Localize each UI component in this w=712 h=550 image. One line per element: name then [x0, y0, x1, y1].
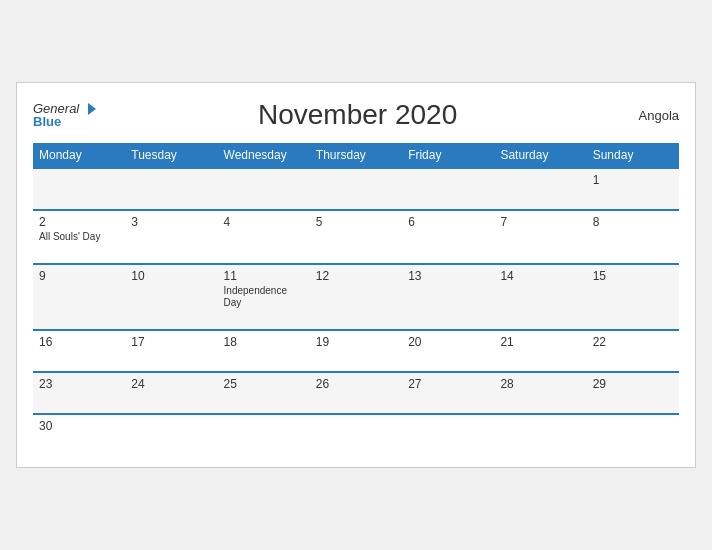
day-number: 17 — [131, 335, 211, 349]
calendar-cell: 5 — [310, 210, 402, 264]
day-number: 4 — [224, 215, 304, 229]
calendar-week-row: 16171819202122 — [33, 330, 679, 372]
day-number: 14 — [500, 269, 580, 283]
calendar-header: General Blue November 2020 Angola — [33, 99, 679, 131]
calendar-cell: 11Independence Day — [218, 264, 310, 330]
day-number: 3 — [131, 215, 211, 229]
col-wednesday: Wednesday — [218, 143, 310, 168]
calendar-cell — [587, 414, 679, 455]
calendar-cell: 23 — [33, 372, 125, 414]
calendar-cell: 4 — [218, 210, 310, 264]
calendar-cell: 3 — [125, 210, 217, 264]
calendar-cell: 9 — [33, 264, 125, 330]
logo-flag-icon — [80, 103, 96, 115]
calendar-cell: 30 — [33, 414, 125, 455]
calendar-cell: 6 — [402, 210, 494, 264]
calendar-header-row: Monday Tuesday Wednesday Thursday Friday… — [33, 143, 679, 168]
calendar-cell — [494, 414, 586, 455]
col-monday: Monday — [33, 143, 125, 168]
calendar-table: Monday Tuesday Wednesday Thursday Friday… — [33, 143, 679, 455]
holiday-label: All Souls' Day — [39, 231, 119, 243]
day-number: 13 — [408, 269, 488, 283]
calendar-cell: 27 — [402, 372, 494, 414]
calendar-cell: 18 — [218, 330, 310, 372]
calendar-body: 12All Souls' Day34567891011Independence … — [33, 168, 679, 455]
calendar-cell: 10 — [125, 264, 217, 330]
calendar-cell: 12 — [310, 264, 402, 330]
col-thursday: Thursday — [310, 143, 402, 168]
calendar-cell: 17 — [125, 330, 217, 372]
calendar-cell — [218, 168, 310, 210]
day-number: 30 — [39, 419, 119, 433]
svg-marker-0 — [88, 103, 96, 115]
calendar-cell — [402, 414, 494, 455]
calendar-cell: 24 — [125, 372, 217, 414]
calendar-cell: 21 — [494, 330, 586, 372]
calendar-week-row: 91011Independence Day12131415 — [33, 264, 679, 330]
calendar-cell: 13 — [402, 264, 494, 330]
day-number: 29 — [593, 377, 673, 391]
calendar-cell: 7 — [494, 210, 586, 264]
day-number: 19 — [316, 335, 396, 349]
day-number: 25 — [224, 377, 304, 391]
logo-blue-text: Blue — [33, 115, 61, 128]
day-number: 28 — [500, 377, 580, 391]
logo: General Blue — [33, 102, 96, 128]
calendar-cell — [494, 168, 586, 210]
day-number: 9 — [39, 269, 119, 283]
calendar-cell: 29 — [587, 372, 679, 414]
calendar-container: General Blue November 2020 Angola Monday… — [16, 82, 696, 468]
col-friday: Friday — [402, 143, 494, 168]
calendar-week-row: 23242526272829 — [33, 372, 679, 414]
day-number: 26 — [316, 377, 396, 391]
col-saturday: Saturday — [494, 143, 586, 168]
day-number: 24 — [131, 377, 211, 391]
calendar-title: November 2020 — [96, 99, 619, 131]
country-label: Angola — [619, 108, 679, 123]
calendar-cell — [310, 168, 402, 210]
calendar-cell — [402, 168, 494, 210]
col-sunday: Sunday — [587, 143, 679, 168]
day-number: 15 — [593, 269, 673, 283]
calendar-cell — [310, 414, 402, 455]
day-number: 21 — [500, 335, 580, 349]
day-number: 27 — [408, 377, 488, 391]
calendar-cell: 19 — [310, 330, 402, 372]
day-number: 22 — [593, 335, 673, 349]
calendar-cell — [125, 168, 217, 210]
holiday-label: Independence Day — [224, 285, 304, 309]
calendar-cell: 28 — [494, 372, 586, 414]
day-number: 23 — [39, 377, 119, 391]
calendar-week-row: 2All Souls' Day345678 — [33, 210, 679, 264]
calendar-cell — [125, 414, 217, 455]
calendar-cell: 16 — [33, 330, 125, 372]
day-number: 10 — [131, 269, 211, 283]
calendar-cell: 1 — [587, 168, 679, 210]
calendar-cell: 22 — [587, 330, 679, 372]
calendar-cell: 15 — [587, 264, 679, 330]
day-number: 11 — [224, 269, 304, 283]
calendar-cell: 8 — [587, 210, 679, 264]
calendar-week-row: 1 — [33, 168, 679, 210]
day-number: 18 — [224, 335, 304, 349]
day-number: 5 — [316, 215, 396, 229]
day-number: 1 — [593, 173, 673, 187]
calendar-cell — [33, 168, 125, 210]
calendar-week-row: 30 — [33, 414, 679, 455]
day-number: 20 — [408, 335, 488, 349]
day-number: 8 — [593, 215, 673, 229]
calendar-cell: 25 — [218, 372, 310, 414]
calendar-cell — [218, 414, 310, 455]
day-number: 2 — [39, 215, 119, 229]
day-number: 7 — [500, 215, 580, 229]
calendar-cell: 20 — [402, 330, 494, 372]
day-number: 6 — [408, 215, 488, 229]
calendar-cell: 2All Souls' Day — [33, 210, 125, 264]
calendar-cell: 14 — [494, 264, 586, 330]
calendar-cell: 26 — [310, 372, 402, 414]
day-number: 16 — [39, 335, 119, 349]
col-tuesday: Tuesday — [125, 143, 217, 168]
day-number: 12 — [316, 269, 396, 283]
